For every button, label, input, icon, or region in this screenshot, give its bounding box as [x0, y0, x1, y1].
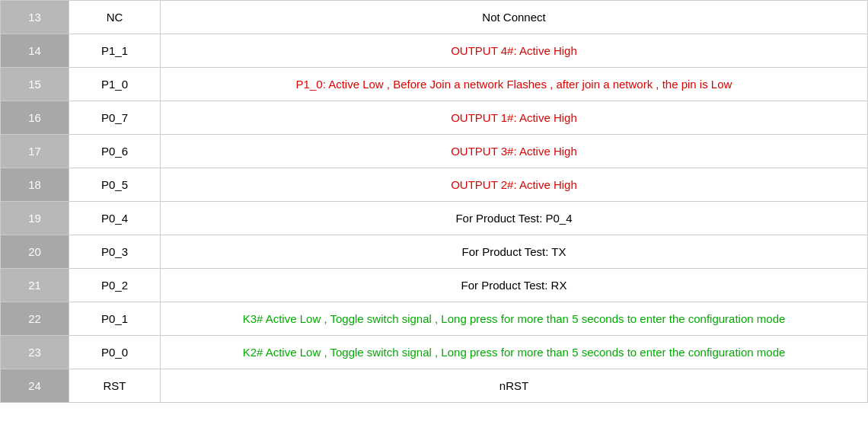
row-number: 17: [1, 135, 69, 168]
row-number: 24: [1, 369, 69, 403]
row-number: 18: [1, 168, 69, 202]
pin-table: 13NCNot Connect14P1_1OUTPUT 4#: Active H…: [0, 0, 868, 403]
pin-name: P0_7: [69, 101, 161, 135]
pin-description: For Product Test: TX: [161, 235, 868, 269]
pin-name: P0_2: [69, 269, 161, 302]
pin-name: P0_3: [69, 235, 161, 269]
pin-description: For Product Test: P0_4: [161, 202, 868, 235]
pin-name: NC: [69, 1, 161, 34]
pin-name: P0_4: [69, 202, 161, 235]
row-number: 23: [1, 336, 69, 369]
pin-description: K3# Active Low , Toggle switch signal , …: [161, 302, 868, 336]
row-number: 16: [1, 101, 69, 135]
pin-description: For Product Test: RX: [161, 269, 868, 302]
pin-description: OUTPUT 1#: Active High: [161, 101, 868, 135]
pin-name: P1_0: [69, 68, 161, 101]
pin-description: OUTPUT 3#: Active High: [161, 135, 868, 168]
row-number: 21: [1, 269, 69, 302]
row-number: 13: [1, 1, 69, 34]
row-number: 19: [1, 202, 69, 235]
row-number: 15: [1, 68, 69, 101]
pin-name: P0_0: [69, 336, 161, 369]
row-number: 20: [1, 235, 69, 269]
pin-description: K2# Active Low , Toggle switch signal , …: [161, 336, 868, 369]
pin-description: Not Connect: [161, 1, 868, 34]
pin-description: nRST: [161, 369, 868, 403]
pin-description: OUTPUT 2#: Active High: [161, 168, 868, 202]
pin-name: RST: [69, 369, 161, 403]
pin-name: P0_5: [69, 168, 161, 202]
row-number: 22: [1, 302, 69, 336]
pin-name: P0_1: [69, 302, 161, 336]
pin-description: OUTPUT 4#: Active High: [161, 34, 868, 68]
pin-name: P1_1: [69, 34, 161, 68]
row-number: 14: [1, 34, 69, 68]
pin-description: P1_0: Active Low , Before Join a network…: [161, 68, 868, 101]
pin-name: P0_6: [69, 135, 161, 168]
